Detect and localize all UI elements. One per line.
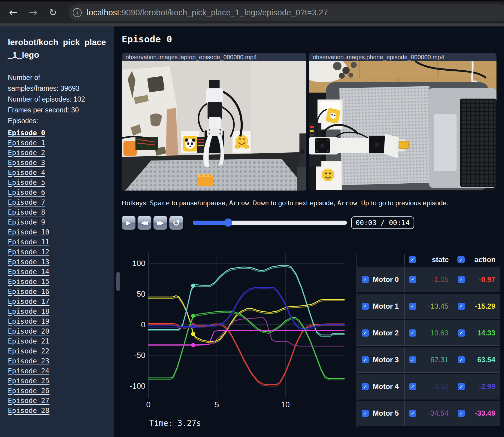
sidebar-episode-link[interactable]: Episode 4 (8, 169, 107, 179)
state-value: -34.54 (428, 409, 448, 417)
video-laptop[interactable]: observation.images.laptop_episode_000000… (122, 53, 306, 191)
sidebar-episode-link[interactable]: Episode 13 (8, 258, 107, 268)
sidebar-episode-link[interactable]: Episode 15 (8, 278, 107, 288)
motor-row-label: ✓Motor 0 (357, 267, 405, 292)
episodes-label: Episodes: (8, 115, 107, 126)
motor-name: Motor 1 (373, 302, 399, 310)
current-time-label: Time: 3.27s (149, 419, 348, 428)
checkbox[interactable]: ✓ (409, 256, 416, 263)
checkbox[interactable]: ✓ (458, 276, 465, 283)
loop-button[interactable]: ↺ (169, 216, 183, 230)
sidebar-episode-link[interactable]: Episode 10 (8, 228, 107, 238)
checkbox[interactable]: ✓ (409, 410, 416, 417)
checkbox[interactable]: ✓ (409, 329, 416, 337)
checkbox[interactable]: ✓ (458, 356, 465, 363)
checkbox[interactable]: ✓ (362, 276, 369, 283)
checkbox[interactable]: ✓ (362, 329, 369, 337)
checkbox[interactable]: ✓ (458, 383, 465, 390)
url-text[interactable]: localhost:9090/lerobot/koch_pick_place_1… (87, 8, 328, 17)
video-laptop-title: observation.images.laptop_episode_000000… (122, 53, 306, 61)
bottom-row: 100500-50-1000510 Time: 3.27s ✓state✓act… (122, 250, 504, 428)
sidebar-episode-link[interactable]: Episode 20 (8, 327, 107, 337)
sidebar-episode-link[interactable]: Episode 5 (8, 179, 107, 188)
sidebar-episode-link[interactable]: Episode 28 (8, 407, 107, 417)
scrollbar-thumb[interactable] (116, 272, 120, 291)
checkbox[interactable]: ✓ (458, 410, 465, 417)
chart-block: 100500-50-1000510 Time: 3.27s (122, 250, 348, 428)
checkbox[interactable]: ✓ (362, 303, 369, 310)
sidebar-episode-link[interactable]: Episode 0 (8, 129, 107, 139)
action-value: -2.99 (479, 382, 495, 391)
motor-name: Motor 4 (373, 382, 399, 391)
fast-forward-button[interactable]: ▶▶ (153, 216, 167, 230)
svg-text:0: 0 (141, 320, 145, 329)
motor-action-cell: ✓14.33 (453, 320, 500, 346)
table-corner-cell (357, 254, 405, 265)
browser-reload-icon[interactable]: ↻ (46, 6, 59, 19)
sidebar-episode-link[interactable]: Episode 16 (8, 288, 107, 298)
sidebar-episode-link[interactable]: Episode 11 (8, 238, 107, 248)
browser-forward-icon[interactable]: → (26, 6, 40, 19)
sidebar-episode-link[interactable]: Episode 6 (8, 188, 107, 198)
hotkeys-help: Hotkeys: Space to pause/unpause, Arrow D… (122, 199, 504, 207)
sidebar-episode-link[interactable]: Episode 1 (8, 139, 107, 149)
play-button[interactable]: ▶ (122, 216, 135, 230)
checkbox[interactable]: ✓ (362, 410, 369, 417)
motor-state-cell: ✓-3.52 (405, 374, 453, 399)
sidebar-episode-link[interactable]: Episode 12 (8, 248, 107, 258)
checkbox[interactable]: ✓ (458, 303, 465, 310)
seek-slider[interactable] (193, 216, 347, 230)
sidebar-episode-link[interactable]: Episode 21 (8, 337, 107, 347)
video-phone[interactable]: observation.images.phone_episode_000000.… (309, 53, 496, 191)
seek-fill (193, 221, 228, 225)
sidebar-episode-link[interactable]: Episode 22 (8, 347, 107, 357)
header-action-label: action (465, 255, 496, 264)
header-state: ✓state (405, 254, 453, 265)
svg-text:5: 5 (215, 400, 219, 409)
checkbox[interactable]: ✓ (409, 383, 416, 390)
checkbox[interactable]: ✓ (362, 356, 369, 363)
browser-back-icon[interactable]: ← (7, 6, 20, 19)
url-bar[interactable]: i localhost:9090/lerobot/koch_pick_place… (68, 4, 504, 21)
dataset-title: lerobot/koch_pick_place_1_lego (8, 36, 107, 61)
sidebar-episode-link[interactable]: Episode 19 (8, 317, 107, 327)
sidebar-episode-link[interactable]: Episode 17 (8, 298, 107, 307)
action-value: -33.49 (475, 409, 495, 417)
header-state-label: state (416, 255, 449, 264)
sidebar-episode-link[interactable]: Episode 9 (8, 218, 107, 228)
seek-thumb[interactable] (224, 218, 232, 227)
checkbox[interactable]: ✓ (409, 356, 416, 363)
video-phone-frame[interactable] (309, 61, 496, 191)
checkbox[interactable]: ✓ (409, 276, 416, 283)
checkbox[interactable]: ✓ (409, 303, 416, 310)
sidebar: lerobot/koch_pick_place_1_lego Number of… (0, 26, 114, 437)
motor-state-cell: ✓-1.05 (405, 267, 453, 292)
checkbox[interactable]: ✓ (457, 256, 465, 263)
hotkey-space: Space (150, 199, 170, 207)
sidebar-episode-link[interactable]: Episode 26 (8, 387, 107, 397)
laptop-video-scene (122, 61, 306, 191)
video-laptop-frame[interactable] (122, 61, 306, 191)
action-value: -0.97 (479, 275, 495, 284)
site-info-icon[interactable]: i (73, 8, 82, 17)
checkbox[interactable]: ✓ (458, 329, 465, 337)
episode-list: Episode 0Episode 1Episode 2Episode 3Epis… (8, 129, 107, 417)
sidebar-episode-link[interactable]: Episode 23 (8, 357, 107, 367)
sidebar-episode-link[interactable]: Episode 18 (8, 307, 107, 317)
sidebar-episode-link[interactable]: Episode 2 (8, 149, 107, 159)
sidebar-episode-link[interactable]: Episode 7 (8, 198, 107, 208)
svg-text:50: 50 (137, 289, 145, 298)
sidebar-episode-link[interactable]: Episode 14 (8, 268, 107, 278)
sidebar-episode-link[interactable]: Episode 27 (8, 397, 107, 407)
sidebar-episode-link[interactable]: Episode 24 (8, 367, 107, 377)
sidebar-episode-link[interactable]: Episode 3 (8, 159, 107, 169)
url-path: :9090/lerobot/koch_pick_place_1_lego/epi… (119, 8, 328, 17)
sidebar-episode-link[interactable]: Episode 8 (8, 208, 107, 218)
motor-timeseries-chart[interactable]: 100500-50-1000510 (122, 250, 348, 413)
svg-text:10: 10 (281, 400, 290, 409)
checkbox[interactable]: ✓ (362, 383, 369, 390)
motor-action-cell: ✓-15.29 (453, 294, 500, 319)
svg-text:-100: -100 (130, 381, 145, 390)
rewind-button[interactable]: ◀◀ (138, 216, 151, 230)
sidebar-episode-link[interactable]: Episode 25 (8, 377, 107, 387)
